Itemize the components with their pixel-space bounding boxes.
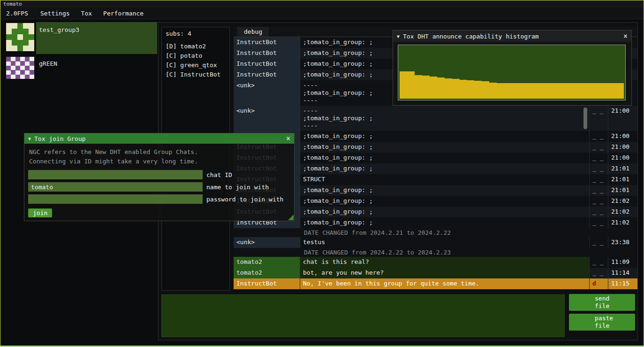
menu-item-tox[interactable]: Tox xyxy=(76,9,98,18)
send-file-button[interactable]: send file xyxy=(569,294,635,311)
histogram-bar xyxy=(557,83,564,99)
chat-id-input[interactable] xyxy=(28,170,203,179)
histogram-window-title: Tox DHT announce capability histogram xyxy=(403,33,539,40)
message-time: 21:02 xyxy=(608,196,637,207)
histogram-bar xyxy=(549,83,557,99)
join-description-line: NGC refers to the New DHT enabled Group … xyxy=(29,147,289,157)
group-item-test_group3[interactable]: test_group3 xyxy=(4,22,157,54)
message-text: No, I've been in this group for quite so… xyxy=(300,278,589,289)
member-item-potato[interactable]: [C] potato xyxy=(166,51,226,61)
histogram-bar xyxy=(512,83,519,99)
join-group-window: ▼ Tox join Group × NGC refers to the New… xyxy=(24,133,295,221)
message-author: InstructBot xyxy=(234,59,300,69)
paste-file-button[interactable]: paste file xyxy=(569,314,635,331)
member-item-green_qtox[interactable]: [C] green_qtox xyxy=(166,61,226,70)
member-item-instructbot[interactable]: [C] InstructBot xyxy=(166,70,226,79)
tab-label: debug xyxy=(244,28,262,35)
message-status: d xyxy=(589,278,608,289)
message-text: ;tomato_in_group: ; xyxy=(300,142,589,153)
message-author: <unk> xyxy=(234,237,300,248)
message-author: tomato2 xyxy=(234,268,300,278)
menu-item-settings[interactable]: Settings xyxy=(35,9,76,18)
message-status: _ _ xyxy=(589,217,608,228)
join-name-input[interactable] xyxy=(28,182,203,192)
message-status: _ _ xyxy=(589,207,608,217)
histogram-bar xyxy=(445,78,452,99)
date-changed-row: DATE CHANGED from 2024.2.21 to 2024.2.22 xyxy=(234,228,637,237)
message-status: _ _ xyxy=(589,153,608,163)
message-time: 21:01 xyxy=(608,163,637,174)
histogram-bar xyxy=(504,83,512,99)
message-time: 21:01 xyxy=(608,174,637,185)
resize-grip[interactable] xyxy=(288,215,294,220)
message-time: 21:00 xyxy=(608,106,637,131)
chat-scrollbar[interactable] xyxy=(583,108,587,129)
histogram-plot xyxy=(398,45,626,100)
message-author: <unk> xyxy=(234,106,300,131)
chat-id-label: chat ID xyxy=(206,171,232,178)
histogram-bar xyxy=(527,83,534,99)
group-name: test_group3 xyxy=(39,26,79,33)
message-time: 11:09 xyxy=(608,257,637,268)
histogram-bar xyxy=(579,83,587,99)
join-description-line: Connecting via ID might take a very long… xyxy=(29,157,289,166)
tab-debug[interactable]: debug xyxy=(237,27,269,37)
group-item-green[interactable]: gREEN xyxy=(4,56,157,80)
message-text: ;tomato_in_group: ; xyxy=(300,131,589,142)
message-text: chat is this real? xyxy=(300,257,589,268)
histogram-bar xyxy=(474,81,482,99)
histogram-bar xyxy=(452,79,460,99)
histogram-bar xyxy=(422,76,430,99)
message-status: _ _ xyxy=(589,174,608,185)
message-time: 11:14 xyxy=(608,268,637,278)
message-status: _ _ xyxy=(589,237,608,248)
message-row: <unk>----;tomato_in_group: ;----_ _21:00 xyxy=(234,106,637,131)
histogram-bar xyxy=(542,83,549,99)
message-status: _ _ xyxy=(589,257,608,268)
message-status: _ _ xyxy=(589,185,608,196)
message-status: _ _ xyxy=(589,106,608,131)
date-changed-row: DATE CHANGED from 2024.2.22 to 2024.2.23 xyxy=(234,248,637,257)
message-status: _ _ xyxy=(589,131,608,142)
join-description: NGC refers to the New DHT enabled Group … xyxy=(24,144,294,167)
histogram-bars xyxy=(400,46,624,99)
histogram-bar xyxy=(519,83,527,99)
message-row: tomato2bot, are you new here?_ _11:14 xyxy=(234,268,637,278)
message-text: ----;tomato_in_group: ;---- xyxy=(300,106,589,131)
message-status: _ _ xyxy=(589,268,608,278)
histogram-bar xyxy=(616,83,624,99)
menu-item-performance[interactable]: Performance xyxy=(98,9,149,18)
message-status: _ _ xyxy=(589,163,608,174)
message-row: <unk>testus_ _23:38 xyxy=(234,237,637,248)
message-status: _ _ xyxy=(589,196,608,207)
message-time: 23:38 xyxy=(608,237,637,248)
join-window-titlebar[interactable]: ▼ Tox join Group × xyxy=(24,133,294,144)
fps-counter: 2.0FPS xyxy=(2,9,32,18)
close-icon[interactable]: × xyxy=(623,32,628,40)
message-text: ;tomato_in_group: ; xyxy=(300,207,589,217)
close-icon[interactable]: × xyxy=(286,134,290,143)
message-row: tomato2chat is this real?_ _11:09 xyxy=(234,257,637,268)
message-text: ;tomato_in_group: ; xyxy=(300,163,589,174)
message-author: InstructBot xyxy=(234,37,300,48)
collapse-arrow-icon[interactable]: ▼ xyxy=(397,34,400,39)
histogram-bar xyxy=(482,81,489,99)
histogram-bar xyxy=(586,83,594,99)
message-time: 21:00 xyxy=(608,153,637,163)
member-item-tomato2[interactable]: [D] tomato2 xyxy=(166,42,226,51)
message-time: 21:02 xyxy=(608,207,637,217)
message-text: ;tomato_in_group: ; xyxy=(300,153,589,163)
join-button[interactable]: join xyxy=(28,208,52,217)
histogram-bar xyxy=(415,75,422,99)
group-name: gREEN xyxy=(39,60,57,67)
message-author: InstructBot xyxy=(234,48,300,59)
message-author: InstructBot xyxy=(234,69,300,80)
histogram-window: ▼ Tox DHT announce capability histogram … xyxy=(393,30,632,106)
histogram-bar xyxy=(437,77,445,99)
message-input[interactable] xyxy=(161,294,565,337)
join-password-input[interactable] xyxy=(28,194,203,204)
message-time: 21:01 xyxy=(608,185,637,196)
collapse-arrow-icon[interactable]: ▼ xyxy=(28,136,31,141)
group-avatar xyxy=(6,23,34,54)
histogram-window-titlebar[interactable]: ▼ Tox DHT announce capability histogram … xyxy=(393,31,631,42)
